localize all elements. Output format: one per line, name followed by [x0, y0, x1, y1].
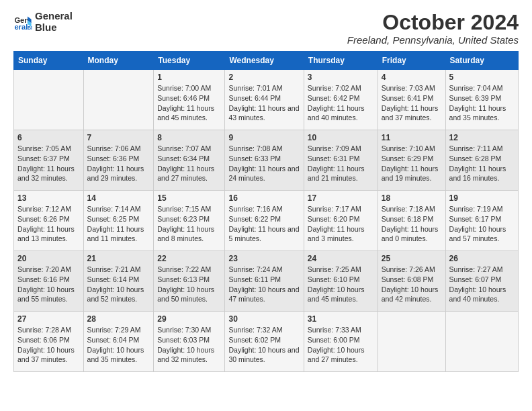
day-number: 14	[87, 193, 150, 203]
calendar-cell	[14, 70, 84, 130]
calendar-cell: 12Sunrise: 7:11 AM Sunset: 6:28 PM Dayli…	[445, 130, 518, 191]
day-number: 29	[157, 314, 221, 324]
day-number: 12	[449, 133, 515, 142]
calendar-cell: 3Sunrise: 7:02 AM Sunset: 6:42 PM Daylig…	[304, 70, 378, 130]
logo-text-line2: Blue	[35, 22, 73, 34]
day-number: 7	[87, 133, 150, 142]
calendar-cell: 10Sunrise: 7:09 AM Sunset: 6:31 PM Dayli…	[304, 130, 378, 191]
calendar-cell: 1Sunrise: 7:00 AM Sunset: 6:46 PM Daylig…	[154, 70, 225, 130]
day-info: Sunrise: 7:03 AM Sunset: 6:41 PM Dayligh…	[382, 83, 442, 123]
day-info: Sunrise: 7:07 AM Sunset: 6:34 PM Dayligh…	[157, 144, 221, 183]
day-info: Sunrise: 7:29 AM Sunset: 6:04 PM Dayligh…	[87, 325, 150, 365]
calendar-cell: 15Sunrise: 7:15 AM Sunset: 6:23 PM Dayli…	[154, 191, 225, 251]
day-info: Sunrise: 7:33 AM Sunset: 6:00 PM Dayligh…	[308, 325, 374, 365]
logo: Gen eral Blue General Blue	[13, 11, 73, 33]
week-row-3: 13Sunrise: 7:12 AM Sunset: 6:26 PM Dayli…	[14, 191, 519, 251]
day-number: 8	[157, 133, 221, 142]
calendar-cell	[378, 312, 445, 372]
calendar-cell: 6Sunrise: 7:05 AM Sunset: 6:37 PM Daylig…	[14, 130, 84, 191]
calendar-cell	[445, 312, 518, 372]
day-number: 9	[228, 133, 300, 142]
day-info: Sunrise: 7:02 AM Sunset: 6:42 PM Dayligh…	[308, 83, 374, 123]
calendar-cell: 25Sunrise: 7:26 AM Sunset: 6:08 PM Dayli…	[378, 251, 445, 312]
day-info: Sunrise: 7:17 AM Sunset: 6:20 PM Dayligh…	[308, 204, 374, 244]
calendar-cell: 29Sunrise: 7:30 AM Sunset: 6:03 PM Dayli…	[154, 312, 225, 372]
calendar-cell	[83, 70, 154, 130]
calendar-cell: 30Sunrise: 7:32 AM Sunset: 6:02 PM Dayli…	[225, 312, 304, 372]
calendar-cell: 31Sunrise: 7:33 AM Sunset: 6:00 PM Dayli…	[304, 312, 378, 372]
day-number: 2	[228, 73, 300, 82]
calendar-cell: 22Sunrise: 7:22 AM Sunset: 6:13 PM Dayli…	[154, 251, 225, 312]
calendar-cell: 21Sunrise: 7:21 AM Sunset: 6:14 PM Dayli…	[83, 251, 154, 312]
calendar-table: SundayMondayTuesdayWednesdayThursdayFrid…	[13, 51, 519, 372]
day-number: 25	[382, 254, 442, 263]
day-info: Sunrise: 7:12 AM Sunset: 6:26 PM Dayligh…	[17, 204, 80, 244]
day-number: 21	[87, 254, 150, 263]
calendar-cell: 27Sunrise: 7:28 AM Sunset: 6:06 PM Dayli…	[14, 312, 84, 372]
day-number: 26	[449, 254, 515, 263]
day-number: 10	[308, 133, 374, 142]
calendar-cell: 13Sunrise: 7:12 AM Sunset: 6:26 PM Dayli…	[14, 191, 84, 251]
day-number: 22	[157, 254, 221, 263]
calendar-cell: 18Sunrise: 7:18 AM Sunset: 6:18 PM Dayli…	[378, 191, 445, 251]
calendar-cell: 4Sunrise: 7:03 AM Sunset: 6:41 PM Daylig…	[378, 70, 445, 130]
day-info: Sunrise: 7:32 AM Sunset: 6:02 PM Dayligh…	[228, 325, 300, 365]
calendar-cell: 26Sunrise: 7:27 AM Sunset: 6:07 PM Dayli…	[445, 251, 518, 312]
day-number: 3	[308, 73, 374, 82]
day-info: Sunrise: 7:24 AM Sunset: 6:11 PM Dayligh…	[228, 265, 300, 304]
svg-text:Blue: Blue	[28, 26, 32, 30]
day-info: Sunrise: 7:08 AM Sunset: 6:33 PM Dayligh…	[228, 144, 300, 183]
day-info: Sunrise: 7:06 AM Sunset: 6:36 PM Dayligh…	[87, 144, 150, 183]
calendar-cell: 16Sunrise: 7:16 AM Sunset: 6:22 PM Dayli…	[225, 191, 304, 251]
week-row-2: 6Sunrise: 7:05 AM Sunset: 6:37 PM Daylig…	[14, 130, 519, 191]
day-header-tuesday: Tuesday	[154, 52, 225, 70]
day-info: Sunrise: 7:26 AM Sunset: 6:08 PM Dayligh…	[382, 265, 442, 304]
day-info: Sunrise: 7:25 AM Sunset: 6:10 PM Dayligh…	[308, 265, 374, 304]
day-info: Sunrise: 7:16 AM Sunset: 6:22 PM Dayligh…	[228, 204, 300, 244]
day-info: Sunrise: 7:18 AM Sunset: 6:18 PM Dayligh…	[382, 204, 442, 244]
day-info: Sunrise: 7:14 AM Sunset: 6:25 PM Dayligh…	[87, 204, 150, 244]
day-info: Sunrise: 7:19 AM Sunset: 6:17 PM Dayligh…	[449, 204, 515, 244]
day-info: Sunrise: 7:10 AM Sunset: 6:29 PM Dayligh…	[382, 144, 442, 183]
day-header-monday: Monday	[83, 52, 154, 70]
day-info: Sunrise: 7:01 AM Sunset: 6:44 PM Dayligh…	[228, 83, 300, 123]
day-number: 11	[382, 133, 442, 142]
day-info: Sunrise: 7:15 AM Sunset: 6:23 PM Dayligh…	[157, 204, 221, 244]
calendar-cell: 28Sunrise: 7:29 AM Sunset: 6:04 PM Dayli…	[83, 312, 154, 372]
calendar-cell: 17Sunrise: 7:17 AM Sunset: 6:20 PM Dayli…	[304, 191, 378, 251]
day-header-saturday: Saturday	[445, 52, 518, 70]
week-row-5: 27Sunrise: 7:28 AM Sunset: 6:06 PM Dayli…	[14, 312, 519, 372]
day-header-sunday: Sunday	[14, 52, 84, 70]
day-info: Sunrise: 7:22 AM Sunset: 6:13 PM Dayligh…	[157, 265, 221, 304]
day-number: 24	[308, 254, 374, 263]
day-number: 18	[382, 193, 442, 203]
day-info: Sunrise: 7:09 AM Sunset: 6:31 PM Dayligh…	[308, 144, 374, 183]
day-number: 13	[17, 193, 80, 203]
day-number: 30	[228, 314, 300, 324]
header-row: SundayMondayTuesdayWednesdayThursdayFrid…	[14, 52, 519, 70]
day-info: Sunrise: 7:05 AM Sunset: 6:37 PM Dayligh…	[17, 144, 80, 183]
day-number: 6	[17, 133, 80, 142]
title-area: October 2024 Freeland, Pennsylvania, Uni…	[347, 11, 519, 46]
day-number: 17	[308, 193, 374, 203]
location: Freeland, Pennsylvania, United States	[347, 34, 519, 46]
day-number: 15	[157, 193, 221, 203]
day-info: Sunrise: 7:00 AM Sunset: 6:46 PM Dayligh…	[157, 83, 221, 123]
calendar-cell: 5Sunrise: 7:04 AM Sunset: 6:39 PM Daylig…	[445, 70, 518, 130]
logo-icon: Gen eral Blue	[13, 13, 32, 32]
calendar-cell: 11Sunrise: 7:10 AM Sunset: 6:29 PM Dayli…	[378, 130, 445, 191]
day-header-thursday: Thursday	[304, 52, 378, 70]
day-number: 31	[308, 314, 374, 324]
week-row-1: 1Sunrise: 7:00 AM Sunset: 6:46 PM Daylig…	[14, 70, 519, 130]
day-info: Sunrise: 7:04 AM Sunset: 6:39 PM Dayligh…	[449, 83, 515, 123]
day-number: 27	[17, 314, 80, 324]
svg-text:eral: eral	[14, 23, 28, 31]
day-info: Sunrise: 7:20 AM Sunset: 6:16 PM Dayligh…	[17, 265, 80, 304]
calendar-cell: 8Sunrise: 7:07 AM Sunset: 6:34 PM Daylig…	[154, 130, 225, 191]
day-header-friday: Friday	[378, 52, 445, 70]
header: Gen eral Blue General Blue October 2024 …	[13, 11, 519, 46]
day-info: Sunrise: 7:30 AM Sunset: 6:03 PM Dayligh…	[157, 325, 221, 365]
day-number: 23	[228, 254, 300, 263]
day-info: Sunrise: 7:28 AM Sunset: 6:06 PM Dayligh…	[17, 325, 80, 365]
day-info: Sunrise: 7:21 AM Sunset: 6:14 PM Dayligh…	[87, 265, 150, 304]
